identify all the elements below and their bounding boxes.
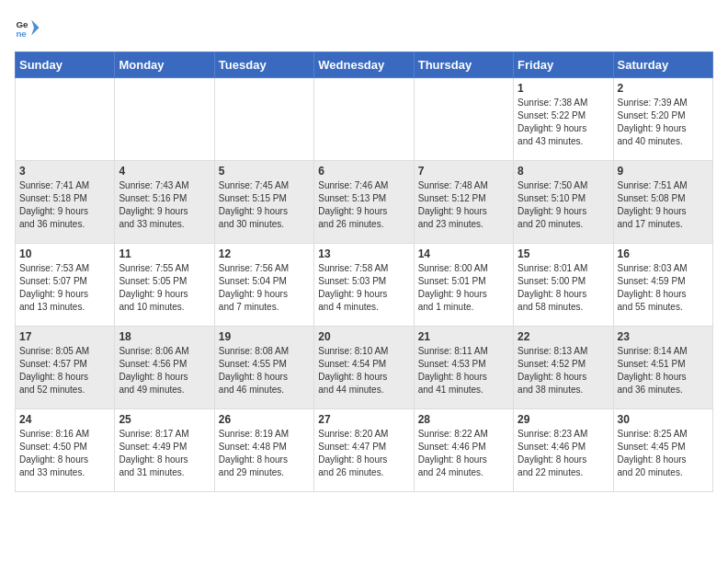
day-info: Sunrise: 7:43 AM Sunset: 5:16 PM Dayligh… bbox=[119, 179, 210, 231]
day-cell: 5Sunrise: 7:45 AM Sunset: 5:15 PM Daylig… bbox=[214, 161, 313, 244]
header-cell-friday: Friday bbox=[514, 52, 613, 78]
svg-marker-2 bbox=[31, 20, 39, 36]
day-info: Sunrise: 8:20 AM Sunset: 4:47 PM Dayligh… bbox=[318, 428, 409, 479]
day-info: Sunrise: 7:38 AM Sunset: 5:22 PM Dayligh… bbox=[518, 97, 609, 148]
day-info: Sunrise: 7:55 AM Sunset: 5:05 PM Dayligh… bbox=[119, 262, 210, 314]
day-cell bbox=[414, 78, 513, 161]
day-cell: 6Sunrise: 7:46 AM Sunset: 5:13 PM Daylig… bbox=[314, 161, 414, 244]
logo: Ge ne bbox=[15, 15, 44, 40]
day-number: 5 bbox=[219, 165, 310, 178]
day-info: Sunrise: 8:11 AM Sunset: 4:53 PM Dayligh… bbox=[418, 345, 509, 396]
week-row-1: 3Sunrise: 7:41 AM Sunset: 5:18 PM Daylig… bbox=[16, 161, 713, 244]
day-cell bbox=[314, 78, 414, 161]
day-number: 10 bbox=[19, 247, 110, 260]
day-number: 27 bbox=[318, 413, 409, 426]
header: Ge ne bbox=[15, 15, 713, 40]
day-info: Sunrise: 7:41 AM Sunset: 5:18 PM Dayligh… bbox=[19, 179, 110, 231]
day-info: Sunrise: 7:45 AM Sunset: 5:15 PM Dayligh… bbox=[219, 179, 310, 231]
day-number: 30 bbox=[618, 413, 709, 426]
day-number: 6 bbox=[318, 165, 409, 178]
header-cell-monday: Monday bbox=[115, 52, 214, 78]
day-cell: 21Sunrise: 8:11 AM Sunset: 4:53 PM Dayli… bbox=[414, 327, 513, 409]
day-cell: 4Sunrise: 7:43 AM Sunset: 5:16 PM Daylig… bbox=[115, 161, 214, 244]
day-info: Sunrise: 8:08 AM Sunset: 4:55 PM Dayligh… bbox=[219, 345, 310, 396]
day-cell: 10Sunrise: 7:53 AM Sunset: 5:07 PM Dayli… bbox=[16, 244, 115, 327]
day-info: Sunrise: 8:13 AM Sunset: 4:52 PM Dayligh… bbox=[518, 345, 609, 396]
day-info: Sunrise: 8:16 AM Sunset: 4:50 PM Dayligh… bbox=[19, 428, 110, 479]
day-cell: 22Sunrise: 8:13 AM Sunset: 4:52 PM Dayli… bbox=[514, 327, 613, 409]
day-cell: 2Sunrise: 7:39 AM Sunset: 5:20 PM Daylig… bbox=[613, 78, 712, 161]
day-cell: 25Sunrise: 8:17 AM Sunset: 4:49 PM Dayli… bbox=[115, 409, 214, 492]
day-cell: 19Sunrise: 8:08 AM Sunset: 4:55 PM Dayli… bbox=[214, 327, 313, 409]
day-cell: 16Sunrise: 8:03 AM Sunset: 4:59 PM Dayli… bbox=[613, 244, 712, 327]
day-info: Sunrise: 7:39 AM Sunset: 5:20 PM Dayligh… bbox=[618, 97, 709, 148]
day-info: Sunrise: 7:50 AM Sunset: 5:10 PM Dayligh… bbox=[518, 179, 609, 231]
day-cell: 9Sunrise: 7:51 AM Sunset: 5:08 PM Daylig… bbox=[613, 161, 712, 244]
day-cell: 23Sunrise: 8:14 AM Sunset: 4:51 PM Dayli… bbox=[613, 327, 712, 409]
day-info: Sunrise: 7:58 AM Sunset: 5:03 PM Dayligh… bbox=[318, 262, 409, 314]
day-number: 13 bbox=[318, 247, 409, 260]
day-info: Sunrise: 8:19 AM Sunset: 4:48 PM Dayligh… bbox=[219, 428, 310, 479]
day-cell: 28Sunrise: 8:22 AM Sunset: 4:46 PM Dayli… bbox=[414, 409, 513, 492]
day-number: 22 bbox=[518, 330, 609, 343]
day-cell: 30Sunrise: 8:25 AM Sunset: 4:45 PM Dayli… bbox=[613, 409, 712, 492]
day-cell: 8Sunrise: 7:50 AM Sunset: 5:10 PM Daylig… bbox=[514, 161, 613, 244]
day-info: Sunrise: 8:17 AM Sunset: 4:49 PM Dayligh… bbox=[119, 428, 210, 479]
day-info: Sunrise: 7:46 AM Sunset: 5:13 PM Dayligh… bbox=[318, 179, 409, 231]
day-cell bbox=[115, 78, 214, 161]
day-info: Sunrise: 8:01 AM Sunset: 5:00 PM Dayligh… bbox=[518, 262, 609, 314]
day-number: 25 bbox=[119, 413, 210, 426]
day-cell: 26Sunrise: 8:19 AM Sunset: 4:48 PM Dayli… bbox=[214, 409, 313, 492]
day-number: 14 bbox=[418, 247, 509, 260]
day-cell bbox=[16, 78, 115, 161]
week-row-4: 24Sunrise: 8:16 AM Sunset: 4:50 PM Dayli… bbox=[16, 409, 713, 492]
day-number: 17 bbox=[19, 330, 110, 343]
day-info: Sunrise: 7:51 AM Sunset: 5:08 PM Dayligh… bbox=[618, 179, 709, 231]
day-number: 20 bbox=[318, 330, 409, 343]
svg-text:ne: ne bbox=[16, 29, 27, 39]
day-info: Sunrise: 8:05 AM Sunset: 4:57 PM Dayligh… bbox=[19, 345, 110, 396]
header-cell-saturday: Saturday bbox=[613, 52, 712, 78]
day-number: 3 bbox=[19, 165, 110, 178]
day-number: 8 bbox=[518, 165, 609, 178]
day-info: Sunrise: 7:48 AM Sunset: 5:12 PM Dayligh… bbox=[418, 179, 509, 231]
day-cell: 17Sunrise: 8:05 AM Sunset: 4:57 PM Dayli… bbox=[16, 327, 115, 409]
header-cell-thursday: Thursday bbox=[414, 52, 513, 78]
logo-icon: Ge ne bbox=[15, 15, 40, 40]
day-cell: 29Sunrise: 8:23 AM Sunset: 4:46 PM Dayli… bbox=[514, 409, 613, 492]
day-info: Sunrise: 7:53 AM Sunset: 5:07 PM Dayligh… bbox=[19, 262, 110, 314]
day-number: 16 bbox=[618, 247, 709, 260]
day-info: Sunrise: 7:56 AM Sunset: 5:04 PM Dayligh… bbox=[219, 262, 310, 314]
day-number: 11 bbox=[119, 247, 210, 260]
day-number: 4 bbox=[119, 165, 210, 178]
day-number: 28 bbox=[418, 413, 509, 426]
day-number: 23 bbox=[618, 330, 709, 343]
day-cell: 13Sunrise: 7:58 AM Sunset: 5:03 PM Dayli… bbox=[314, 244, 414, 327]
header-cell-wednesday: Wednesday bbox=[314, 52, 414, 78]
day-cell: 24Sunrise: 8:16 AM Sunset: 4:50 PM Dayli… bbox=[16, 409, 115, 492]
day-info: Sunrise: 8:00 AM Sunset: 5:01 PM Dayligh… bbox=[418, 262, 509, 314]
header-row: SundayMondayTuesdayWednesdayThursdayFrid… bbox=[16, 52, 713, 78]
day-info: Sunrise: 8:23 AM Sunset: 4:46 PM Dayligh… bbox=[518, 428, 609, 479]
week-row-2: 10Sunrise: 7:53 AM Sunset: 5:07 PM Dayli… bbox=[16, 244, 713, 327]
week-row-0: 1Sunrise: 7:38 AM Sunset: 5:22 PM Daylig… bbox=[16, 78, 713, 161]
day-cell: 11Sunrise: 7:55 AM Sunset: 5:05 PM Dayli… bbox=[115, 244, 214, 327]
week-row-3: 17Sunrise: 8:05 AM Sunset: 4:57 PM Dayli… bbox=[16, 327, 713, 409]
day-cell: 1Sunrise: 7:38 AM Sunset: 5:22 PM Daylig… bbox=[514, 78, 613, 161]
calendar-table: SundayMondayTuesdayWednesdayThursdayFrid… bbox=[15, 52, 713, 492]
day-info: Sunrise: 8:14 AM Sunset: 4:51 PM Dayligh… bbox=[618, 345, 709, 396]
day-cell: 3Sunrise: 7:41 AM Sunset: 5:18 PM Daylig… bbox=[16, 161, 115, 244]
day-number: 15 bbox=[518, 247, 609, 260]
day-info: Sunrise: 8:25 AM Sunset: 4:45 PM Dayligh… bbox=[618, 428, 709, 479]
day-number: 21 bbox=[418, 330, 509, 343]
day-number: 9 bbox=[618, 165, 709, 178]
day-number: 7 bbox=[418, 165, 509, 178]
day-number: 24 bbox=[19, 413, 110, 426]
day-info: Sunrise: 8:22 AM Sunset: 4:46 PM Dayligh… bbox=[418, 428, 509, 479]
day-cell: 18Sunrise: 8:06 AM Sunset: 4:56 PM Dayli… bbox=[115, 327, 214, 409]
day-number: 1 bbox=[518, 82, 609, 95]
day-number: 19 bbox=[219, 330, 310, 343]
day-cell: 15Sunrise: 8:01 AM Sunset: 5:00 PM Dayli… bbox=[514, 244, 613, 327]
day-cell bbox=[214, 78, 313, 161]
header-cell-sunday: Sunday bbox=[16, 52, 115, 78]
